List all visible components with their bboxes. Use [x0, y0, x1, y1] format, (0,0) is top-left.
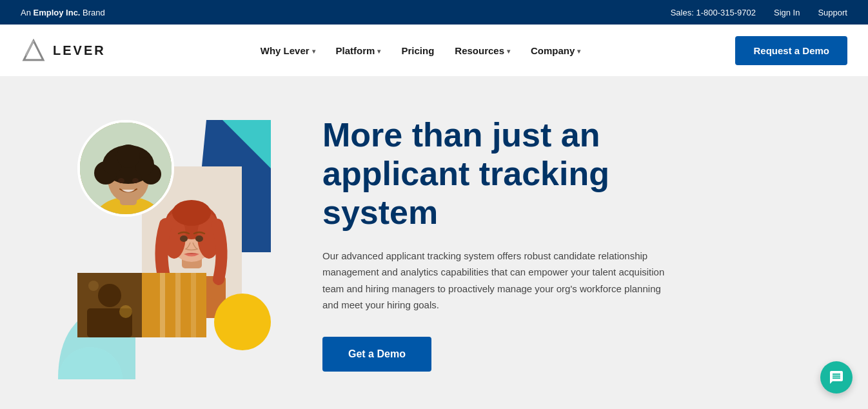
dark-photo-image [77, 273, 142, 337]
svg-line-1 [26, 41, 34, 55]
logo-text: LEVER [53, 43, 106, 58]
logo-link[interactable]: LEVER [21, 37, 106, 63]
chevron-down-icon: ▾ [377, 48, 380, 55]
request-demo-button[interactable]: Request a Demo [735, 36, 847, 65]
svg-point-27 [195, 235, 203, 242]
top-bar: An Employ Inc. Brand Sales: 1-800-315-97… [0, 0, 868, 25]
svg-point-13 [118, 178, 124, 183]
stripe-3 [191, 273, 196, 337]
svg-point-33 [88, 281, 99, 291]
nav-item-company[interactable]: Company ▾ [523, 40, 588, 61]
hero-photo-bottom-left [77, 273, 142, 337]
chat-widget-button[interactable] [820, 361, 853, 394]
chevron-down-icon: ▾ [577, 48, 580, 55]
hero-title: More than just an applicant tracking sys… [322, 116, 722, 232]
svg-point-30 [98, 284, 121, 307]
chat-icon [829, 370, 844, 385]
nav-item-resources[interactable]: Resources ▾ [447, 40, 518, 61]
hero-photo-circle [77, 120, 174, 217]
yellow-stripes-shape [142, 273, 206, 337]
brand-announcement: An Employ Inc. Brand [21, 8, 105, 17]
svg-marker-0 [24, 41, 43, 60]
main-nav: LEVER Why Lever ▾ Platform ▾ Pricing Res… [0, 25, 868, 76]
brand-name: Employ Inc. [34, 8, 81, 17]
chevron-down-icon: ▾ [312, 48, 315, 55]
svg-point-26 [180, 235, 188, 242]
svg-point-34 [119, 305, 132, 318]
sign-in-link[interactable]: Sign In [774, 8, 800, 17]
gold-circle-shape [214, 294, 271, 350]
brand-suffix: Brand [80, 8, 104, 17]
get-demo-button[interactable]: Get a Demo [322, 337, 431, 372]
nav-links: Why Lever ▾ Platform ▾ Pricing Resources… [106, 40, 736, 61]
nav-item-platform[interactable]: Platform ▾ [328, 40, 389, 61]
hero-section: More than just an applicant tracking sys… [0, 76, 868, 409]
lever-logo-icon [21, 37, 46, 63]
nav-item-pricing[interactable]: Pricing [393, 40, 442, 61]
svg-point-14 [132, 178, 139, 183]
hero-content: More than just an applicant tracking sys… [322, 116, 722, 371]
stripe-1 [160, 273, 165, 337]
hero-description: Our advanced applicant tracking system o… [322, 248, 671, 314]
svg-point-12 [117, 145, 140, 168]
sales-phone[interactable]: Sales: 1-800-315-9702 [671, 8, 756, 17]
svg-point-25 [172, 200, 211, 226]
brand-prefix: An [21, 8, 34, 17]
hero-collage [52, 102, 284, 386]
stripe-2 [175, 273, 181, 337]
top-bar-right: Sales: 1-800-315-9702 Sign In Support [671, 8, 847, 17]
nav-item-why-lever[interactable]: Why Lever ▾ [253, 40, 323, 61]
chevron-down-icon: ▾ [507, 48, 510, 55]
support-link[interactable]: Support [818, 8, 847, 17]
